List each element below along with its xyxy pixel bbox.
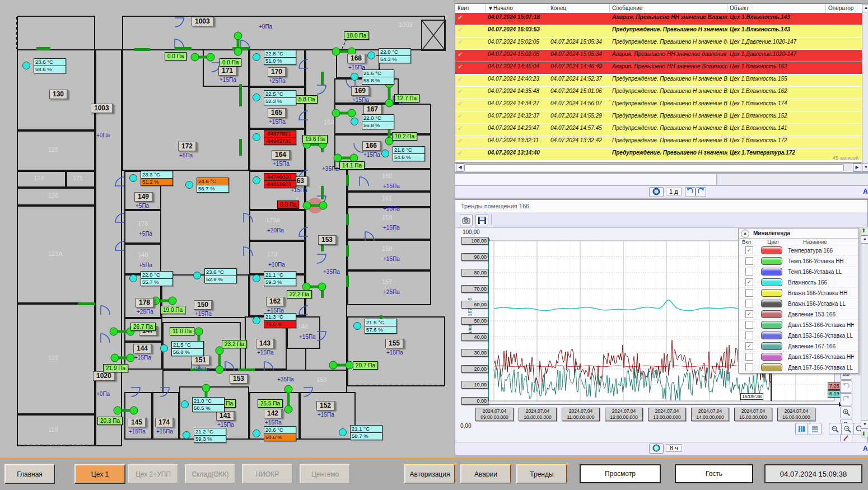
hscroll-thumb[interactable] (464, 164, 844, 171)
sensor-icon[interactable] (381, 150, 389, 157)
alarm-row[interactable]: ✔04.07.2024 14:35:4804.07.2024 15:01:06П… (455, 87, 862, 99)
zoom-out-y-icon[interactable] (841, 423, 854, 435)
legend-checkbox[interactable] (745, 268, 753, 276)
clock-button[interactable] (649, 187, 664, 197)
nav-button-цех-1[interactable]: Цех 1 (74, 464, 125, 483)
alarm-hscrollbar[interactable]: ◀▶ (455, 163, 862, 172)
scroll-up-icon[interactable]: ▲ (862, 4, 868, 12)
room-label-130[interactable]: 130 (49, 90, 68, 99)
sensor-icon[interactable] (129, 274, 137, 282)
legend-checkbox[interactable] (745, 321, 753, 329)
sensor-icon[interactable] (181, 400, 189, 408)
legend-row[interactable]: Темп.166-Уставка НН (739, 256, 858, 267)
legend-row[interactable]: ✓Температура 166 (739, 245, 858, 256)
scroll-bottom-icon[interactable]: ⬇ (861, 431, 866, 437)
sensor-icon[interactable] (253, 176, 260, 184)
nav-button-аварии[interactable]: Аварии (460, 464, 511, 483)
scroll-up-icon[interactable]: ▲ (861, 235, 868, 244)
room-label-166[interactable]: 166 (362, 141, 381, 151)
legend-row[interactable]: ✓Влажность 166 (739, 277, 858, 288)
sensor-icon[interactable] (367, 52, 375, 59)
legend-checkbox[interactable]: ✓ (745, 310, 753, 318)
legend-checkbox[interactable] (745, 353, 753, 361)
legend-checkbox[interactable] (745, 300, 753, 307)
sensor-icon[interactable] (160, 344, 168, 352)
room-label-170[interactable]: 170 (268, 67, 287, 77)
room-label-144[interactable]: 144 (133, 344, 152, 353)
room-label-169[interactable]: 169 (351, 86, 370, 96)
legend-checkbox[interactable]: ✓ (745, 278, 753, 286)
clock-button[interactable] (649, 444, 664, 454)
legend-collapse-icon[interactable]: ▲ (741, 230, 749, 238)
scroll-down-icon[interactable]: ▼ (861, 421, 868, 429)
alarm-col-5[interactable]: Оператор (826, 4, 857, 12)
nav-button-гость[interactable]: Гость (675, 464, 753, 483)
sensor-icon[interactable] (22, 62, 30, 69)
legend-checkbox[interactable] (745, 289, 753, 297)
zoom-out-x-icon[interactable] (829, 423, 842, 435)
sensor-icon[interactable] (253, 274, 260, 282)
legend-row[interactable]: Давл.167-166-Уставка LL (739, 362, 858, 373)
zoom-in-icon[interactable] (840, 406, 852, 418)
legend-row[interactable]: ✓Давление 167-166 (739, 341, 858, 352)
scroll-right-icon[interactable]: ▶ (853, 164, 861, 172)
alarm-row[interactable]: ✔04.07.2024 14:34:2704.07.2024 14:56:07П… (455, 99, 862, 111)
legend-row[interactable]: Влажн.166-Уставка LL (739, 298, 858, 309)
nav-button-просмотр[interactable]: Просмотр (580, 464, 661, 483)
sensor-icon[interactable] (253, 316, 260, 324)
legend-checkbox[interactable] (745, 332, 753, 339)
alarm-col-2[interactable]: Конец (548, 4, 610, 12)
room-label-141[interactable]: 141 (216, 411, 235, 421)
nav-button-главная[interactable]: Главная (4, 464, 54, 483)
alarm-row[interactable]: ✔04.07.2024 14:29:4704.07.2024 14:57:45П… (455, 124, 862, 136)
room-label-178[interactable]: 178 (136, 298, 155, 307)
alarm-row[interactable]: ✔04.07.2024 13:32:1104.07.2024 13:32:42П… (455, 136, 862, 148)
alarm-row[interactable]: ✔04.07.2024 15:02:0504.07.2024 15:05:34А… (455, 50, 862, 62)
alarm-row[interactable]: ✔04.07.2024 14:45:0404.07.2024 14:46:49А… (455, 62, 862, 74)
scroll-left-icon[interactable]: ◀ (456, 164, 464, 172)
sensor-icon[interactable] (253, 133, 260, 141)
trend-vscrollbar[interactable]: ⬆▲▼⬇ (861, 227, 868, 437)
alarm-vscrollbar[interactable]: ▲▼ (862, 3, 868, 172)
redo-icon[interactable] (696, 187, 706, 197)
room-label-143[interactable]: 143 (256, 339, 275, 348)
save-icon[interactable] (475, 214, 488, 226)
undo-icon[interactable] (685, 187, 696, 197)
legend-row[interactable]: Влажн.166-Уставка НН (739, 288, 858, 298)
sensor-icon[interactable] (193, 272, 201, 279)
rows-icon[interactable] (809, 423, 822, 435)
scroll-top-icon[interactable]: ⬆ (861, 227, 866, 234)
sensor-icon[interactable] (129, 174, 137, 182)
sensor-icon[interactable] (183, 431, 190, 439)
room-label-151[interactable]: 151 (192, 356, 211, 365)
alarm-row[interactable]: ✔04.07.2024 14:32:3704.07.2024 14:55:29П… (455, 111, 862, 124)
nav-button-авторизация[interactable]: Авторизация (404, 464, 455, 483)
room-label-155[interactable]: 155 (385, 339, 404, 348)
room-label-167[interactable]: 167 (363, 105, 382, 114)
alarm-col-1[interactable]: ▼Начало (486, 4, 548, 12)
legend-row[interactable]: Темп.166-Уставка LL (739, 267, 858, 277)
undo-icon[interactable] (840, 380, 852, 393)
legend-row[interactable]: Давл.153-166-Уставка LL (739, 330, 858, 341)
columns-icon[interactable] (795, 423, 808, 435)
legend-checkbox[interactable]: ✓ (745, 342, 753, 350)
redo-icon[interactable] (840, 393, 852, 405)
sensor-icon[interactable] (353, 322, 361, 330)
room-label-165[interactable]: 165 (268, 108, 287, 118)
room-label-142[interactable]: 142 (264, 409, 283, 418)
alarm-col-3[interactable]: Сообщение (610, 4, 727, 12)
room-label-149[interactable]: 149 (134, 192, 153, 202)
legend-checkbox[interactable] (745, 257, 753, 265)
room-label-150[interactable]: 150 (194, 300, 213, 310)
sensor-icon[interactable] (185, 181, 193, 189)
sensor-icon[interactable] (253, 53, 260, 61)
room-label-172[interactable]: 172 (178, 142, 197, 151)
scroll-down-icon[interactable]: ▼ (862, 164, 868, 172)
legend-checkbox[interactable] (745, 363, 753, 371)
room-label-152[interactable]: 152 (316, 401, 335, 410)
sensor-icon[interactable] (339, 428, 347, 436)
alarm-row[interactable]: ✔04.07.2024 14:40:2304.07.2024 14:52:37П… (455, 74, 862, 87)
sensor-icon[interactable] (351, 118, 358, 125)
room-label-171[interactable]: 171 (218, 66, 237, 76)
legend-row[interactable]: Давл.153-166-Уставка НН (739, 320, 858, 330)
